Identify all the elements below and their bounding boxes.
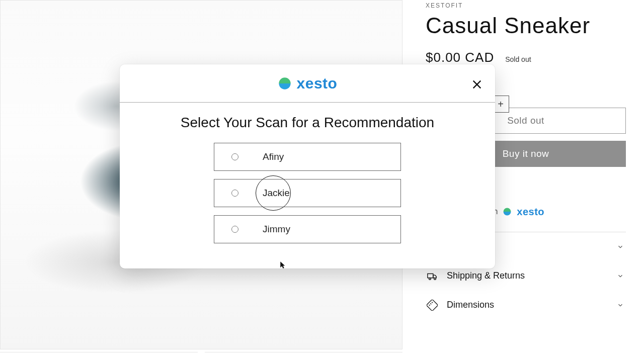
- scan-option-label: Jackie: [263, 188, 290, 199]
- truck-icon: [427, 270, 438, 282]
- product-title: Casual Sneaker: [426, 13, 627, 39]
- scan-select-modal: xesto Select Your Scan for a Recommendat…: [120, 64, 495, 268]
- svg-line-5: [432, 302, 433, 303]
- brand-label: XESTOFIT: [426, 2, 627, 9]
- accordion-dimensions[interactable]: Dimensions: [426, 291, 626, 320]
- scan-option-afiny[interactable]: Afiny: [214, 143, 401, 171]
- xesto-wordmark: xesto: [517, 206, 544, 218]
- modal-title: Select Your Scan for a Recommendation: [120, 115, 495, 131]
- scan-option-jackie[interactable]: Jackie: [214, 179, 401, 207]
- svg-point-2: [434, 278, 436, 280]
- svg-line-4: [430, 303, 431, 304]
- chevron-down-icon: [617, 273, 624, 280]
- scan-option-label: Jimmy: [263, 224, 290, 235]
- soldout-badge: Sold out: [505, 55, 531, 63]
- xesto-logo-icon: [278, 76, 292, 90]
- close-icon: [471, 79, 482, 90]
- scan-option-label: Afiny: [263, 151, 284, 162]
- close-button[interactable]: [469, 76, 485, 93]
- thumbnail[interactable]: [0, 352, 198, 362]
- xesto-logo: xesto: [278, 75, 338, 92]
- accordion-label: Dimensions: [447, 300, 494, 310]
- radio-icon: [231, 153, 238, 160]
- xesto-logo-icon: [503, 207, 512, 216]
- thumbnail-strip: [0, 352, 403, 362]
- chevron-down-icon: [617, 302, 624, 309]
- svg-rect-0: [428, 274, 433, 278]
- radio-icon: [231, 226, 238, 233]
- accordion-label: Shipping & Returns: [447, 270, 525, 281]
- thumbnail[interactable]: [205, 352, 403, 362]
- product-price: $0.00 CAD: [426, 50, 494, 65]
- svg-line-6: [429, 305, 430, 306]
- svg-rect-3: [427, 300, 438, 311]
- ruler-icon: [427, 300, 438, 311]
- xesto-wordmark: xesto: [297, 75, 338, 92]
- svg-point-1: [429, 278, 431, 280]
- radio-icon: [231, 190, 238, 197]
- with-xesto-row[interactable]: th xesto: [491, 206, 627, 218]
- cursor-icon: [278, 260, 287, 268]
- scan-option-jimmy[interactable]: Jimmy: [214, 215, 401, 243]
- chevron-down-icon: [617, 243, 624, 250]
